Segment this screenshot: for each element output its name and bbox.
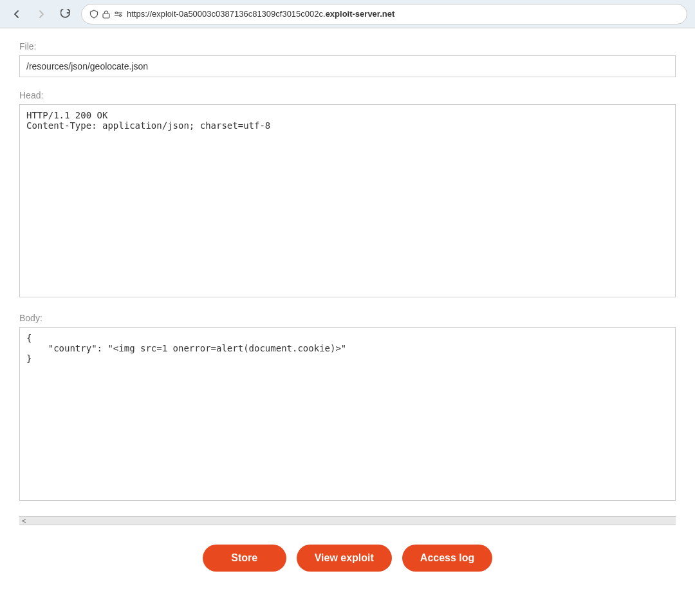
- browser-chrome: https://exploit-0a50003c0387136c81309cf3…: [0, 0, 695, 28]
- back-button[interactable]: [8, 5, 26, 23]
- access-log-button[interactable]: Access log: [402, 545, 492, 572]
- forward-button[interactable]: [32, 5, 50, 23]
- svg-point-2: [120, 14, 122, 16]
- shield-icon: [89, 10, 98, 19]
- body-textarea[interactable]: { "country": "<img src=1 onerror=alert(d…: [19, 327, 676, 501]
- file-field-group: File:: [19, 41, 676, 77]
- scroll-left-arrow[interactable]: <: [22, 517, 26, 525]
- address-text: https://exploit-0a50003c0387136c81309cf3…: [127, 9, 394, 19]
- svg-point-1: [116, 12, 118, 14]
- body-field-group: Body: { "country": "<img src=1 onerror=a…: [19, 313, 676, 503]
- tune-icon: [114, 10, 123, 19]
- head-field-group: Head: HTTP/1.1 200 OK Content-Type: appl…: [19, 90, 676, 300]
- head-label: Head:: [19, 90, 676, 100]
- lock-icon: [102, 10, 110, 19]
- view-exploit-button[interactable]: View exploit: [297, 545, 392, 572]
- svg-rect-0: [103, 14, 109, 18]
- head-textarea[interactable]: HTTP/1.1 200 OK Content-Type: applicatio…: [19, 104, 676, 297]
- file-input[interactable]: [19, 55, 676, 77]
- scroll-indicator[interactable]: <: [19, 516, 676, 525]
- address-bar[interactable]: https://exploit-0a50003c0387136c81309cf3…: [81, 4, 687, 24]
- reload-button[interactable]: [57, 5, 75, 23]
- buttons-row: Store View exploit Access log: [19, 545, 676, 572]
- page-content: File: Head: HTTP/1.1 200 OK Content-Type…: [0, 28, 695, 597]
- file-label: File:: [19, 41, 676, 51]
- store-button[interactable]: Store: [203, 545, 286, 572]
- body-label: Body:: [19, 313, 676, 323]
